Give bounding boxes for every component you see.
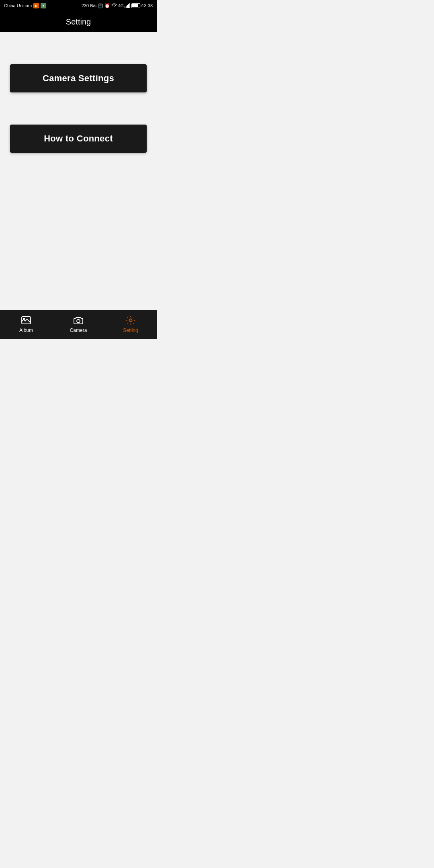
carrier-name: China Unicom	[4, 3, 32, 8]
bottom-navigation: Album Camera Setting	[0, 310, 157, 339]
camera-icon	[73, 315, 84, 326]
camera-label: Camera	[70, 328, 87, 333]
setting-icon	[125, 315, 136, 326]
camera-settings-button[interactable]: Camera Settings	[10, 64, 147, 92]
carrier-icon-play: ▶	[33, 3, 39, 8]
status-right: 230 B/s 📳 ⏰ 4G 13:38	[82, 3, 153, 8]
status-left: China Unicom ▶ ■	[4, 3, 46, 8]
svg-point-3	[129, 319, 132, 322]
setting-label: Setting	[123, 328, 138, 333]
svg-point-2	[77, 319, 80, 323]
network-type: 4G	[118, 4, 123, 8]
signal-bars	[125, 3, 130, 8]
nav-item-setting[interactable]: Setting	[104, 315, 157, 333]
carrier-icon-green: ■	[41, 3, 46, 8]
album-icon	[20, 315, 32, 326]
app-header: Setting	[0, 11, 157, 32]
battery-icon	[131, 3, 140, 8]
nav-item-camera[interactable]: Camera	[52, 315, 104, 333]
album-label: Album	[19, 328, 33, 333]
alarm-icon: ⏰	[104, 3, 110, 8]
time-display: 13:38	[141, 3, 153, 8]
vibrate-icon: 📳	[98, 3, 103, 8]
main-content: Camera Settings How to Connect	[0, 32, 157, 310]
wifi-icon	[111, 3, 117, 8]
how-to-connect-button[interactable]: How to Connect	[10, 125, 147, 153]
network-speed: 230 B/s	[82, 3, 96, 8]
page-title: Setting	[66, 17, 91, 27]
svg-point-1	[23, 318, 25, 320]
nav-item-album[interactable]: Album	[0, 315, 52, 333]
status-bar: China Unicom ▶ ■ 230 B/s 📳 ⏰ 4G 13:38	[0, 0, 157, 11]
